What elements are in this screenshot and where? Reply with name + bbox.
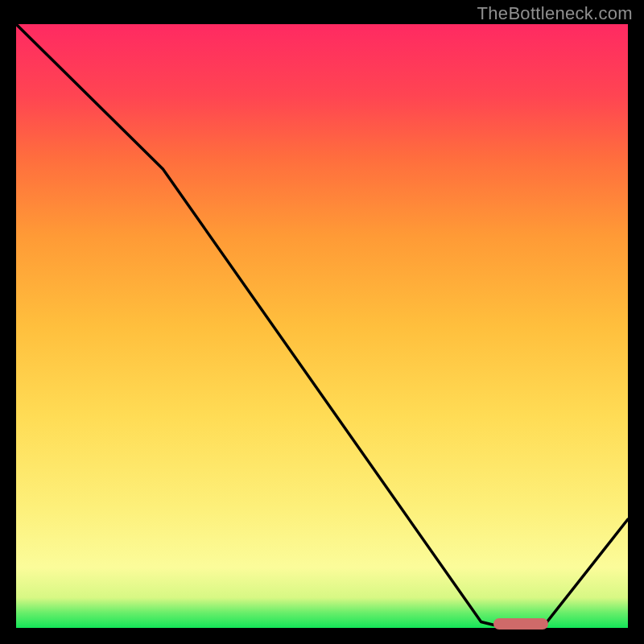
optimal-range-marker [493,618,548,630]
bottleneck-curve [16,24,628,628]
chart-frame [16,24,628,628]
watermark-text: TheBottleneck.com [477,3,633,24]
